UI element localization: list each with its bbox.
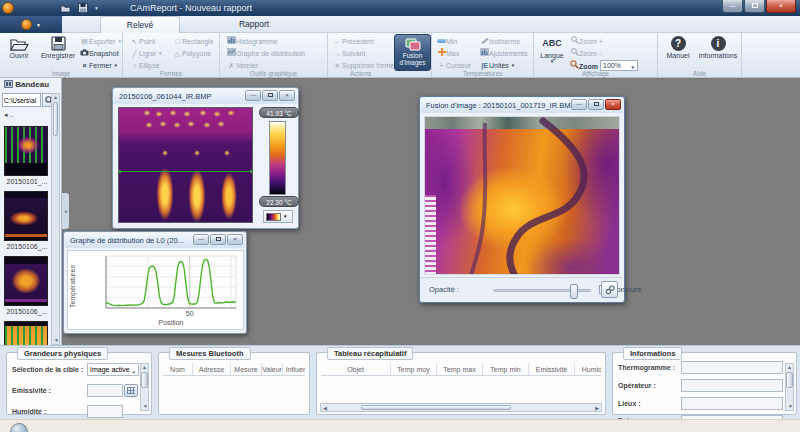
grandeurs-scrollbar[interactable]: ▲▼	[140, 363, 149, 411]
camera-icon	[80, 48, 89, 59]
bt-col-valeur[interactable]: Valeur	[262, 363, 283, 376]
emissivity-table-button[interactable]	[124, 384, 138, 397]
target-selection-select[interactable]: Image active▼	[87, 363, 139, 376]
next-button[interactable]: →Suivant	[333, 48, 365, 59]
bt-col-nom[interactable]: Nom	[163, 363, 193, 376]
opacity-slider[interactable]	[493, 289, 591, 292]
close-button[interactable]: ×	[766, 0, 796, 13]
export-button[interactable]: ▤Exporter ▼	[80, 36, 122, 47]
language-button[interactable]: ABC Langue ▼	[538, 34, 566, 64]
operateur-input[interactable]	[681, 379, 783, 392]
emissivity-input[interactable]	[87, 384, 123, 397]
recap-h-scrollbar[interactable]: ◀ ▶	[320, 403, 602, 412]
save-icon[interactable]	[78, 3, 88, 13]
tab-rapport[interactable]: Rapport	[216, 16, 292, 33]
rectangle-tool-button[interactable]: □Rectangle	[173, 36, 214, 47]
thermal-maximize-button[interactable]	[262, 90, 278, 101]
palette-selector[interactable]: ▼	[263, 210, 293, 223]
grid-icon	[127, 387, 135, 394]
lieux-input[interactable]	[681, 397, 783, 410]
recap-col-emissivite[interactable]: Emissivité	[529, 363, 575, 376]
sidebar-scroll-down-icon[interactable]: ▼	[54, 337, 59, 343]
fusion-settings-button[interactable]	[601, 281, 618, 298]
thumbnail-2[interactable]	[4, 191, 48, 241]
recap-h-scrollbar-thumb[interactable]	[361, 405, 511, 410]
bt-col-mesure[interactable]: Mesure	[231, 363, 262, 376]
quick-access-dropdown-icon[interactable]: ▼	[94, 5, 99, 11]
sidebar-collapse-handle[interactable]: ◂	[62, 193, 69, 229]
thumbnail-1[interactable]	[4, 126, 48, 176]
informations-scrollbar-thumb[interactable]	[786, 372, 793, 388]
thermal-image-window[interactable]: 20150106_061044_IR.BMP — × 41.93 °C 22.3…	[112, 87, 299, 229]
thumbnail-3[interactable]	[4, 256, 48, 306]
zoom-out-button[interactable]: Zoom -	[570, 48, 601, 59]
application-menu-button[interactable]: ▼	[0, 16, 62, 33]
fusion-maximize-button[interactable]	[588, 99, 604, 110]
point-tool-button[interactable]: ↖Point	[130, 36, 155, 47]
snapshot-button[interactable]: Snapshot	[80, 48, 119, 59]
recap-scroll-right-icon[interactable]: ▶	[595, 405, 599, 411]
fusion-close-button[interactable]: ×	[605, 99, 621, 110]
fusion-images-button[interactable]: Fusion d'images	[394, 34, 431, 71]
recap-col-temp-min[interactable]: Temp min	[483, 363, 529, 376]
previous-button[interactable]: ←Précédent	[333, 36, 374, 47]
adjustments-button[interactable]: Ajustements	[480, 48, 528, 59]
distribution-graph-window[interactable]: Graphe de distribution de L0 (20... — × …	[63, 231, 247, 334]
distribution-graph-button[interactable]: Graphe de distribution	[227, 48, 305, 59]
informations-button[interactable]: i Informations	[696, 34, 740, 59]
fusion-window[interactable]: Fusion d'image : 20150101_001719_IR.BMP …	[419, 96, 625, 303]
thermal-close-button[interactable]: ×	[279, 90, 295, 101]
abc-icon: ABC	[538, 34, 566, 51]
histogram-button[interactable]: Histogramme	[227, 36, 278, 47]
manual-button[interactable]: ? Manuel	[662, 34, 694, 59]
palette-preview-icon	[266, 213, 281, 221]
graph-maximize-button[interactable]	[210, 234, 226, 245]
graph-minimize-button[interactable]: —	[193, 234, 209, 245]
zoom-in-button[interactable]: Zoom +	[570, 36, 603, 47]
fusion-image[interactable]	[424, 116, 620, 275]
informations-scrollbar[interactable]: ▲▼	[785, 363, 794, 411]
graph-close-button[interactable]: ×	[227, 234, 243, 245]
recap-table-header: Objet Temp moy Temp max Temp min Emissiv…	[321, 363, 601, 376]
grandeurs-scrollbar-thumb[interactable]	[141, 372, 148, 388]
thermal-image[interactable]	[118, 107, 253, 223]
question-circle-icon: ?	[662, 34, 694, 51]
open-button[interactable]: Ouvrir	[2, 34, 36, 59]
bottom-panel-strip: Grandeurs physiques Sélection de la cibl…	[0, 345, 800, 419]
isotherm-button[interactable]: Isotherme	[480, 36, 520, 47]
tab-releve[interactable]: Relevé	[100, 16, 180, 33]
fusion-images-icon	[395, 35, 430, 52]
thermogramme-input[interactable]	[681, 361, 783, 374]
bt-col-influence[interactable]: Influence	[283, 363, 305, 376]
open-icon[interactable]	[60, 4, 72, 13]
status-orb-button[interactable]	[10, 423, 28, 432]
parent-folder-item[interactable]: ◂ ..	[4, 111, 13, 119]
recap-col-humidite[interactable]: Humidité	[575, 363, 601, 376]
palette-dropdown-icon: ▼	[283, 214, 287, 219]
humidity-input[interactable]	[87, 405, 123, 418]
thumbnail-4[interactable]	[4, 321, 48, 345]
sidebar-scrollbar-thumb[interactable]	[53, 102, 58, 136]
maximize-button[interactable]	[744, 0, 765, 13]
max-button[interactable]: Max	[437, 48, 459, 59]
fusion-minimize-button[interactable]: —	[571, 99, 587, 110]
sidebar-scrollbar[interactable]: ▲ ▼	[51, 93, 60, 345]
recap-col-temp-moy[interactable]: Temp moy	[391, 363, 437, 376]
recap-scroll-left-icon[interactable]: ◀	[323, 405, 327, 411]
save-button[interactable]: Enregistrer	[36, 34, 80, 59]
folder-path-input[interactable]	[2, 93, 41, 107]
distribution-chart-area: Températures 50 Position	[67, 250, 244, 330]
opacity-slider-thumb[interactable]	[570, 284, 578, 299]
polygon-tool-button[interactable]: △Polygone	[173, 48, 211, 59]
minimize-button[interactable]: —	[722, 0, 743, 13]
line-tool-button[interactable]: ╱Ligne ▼	[130, 48, 163, 59]
panel-grandeurs-physiques: Grandeurs physiques Sélection de la cibl…	[6, 352, 152, 415]
opacity-label: Opacité :	[429, 285, 459, 294]
min-button[interactable]: Min	[437, 36, 457, 47]
bt-col-adresse[interactable]: Adresse	[193, 363, 231, 376]
workspace-canvas: ◂ 20150106_061044_IR.BMP — × 41.93 °C 22…	[62, 78, 800, 345]
thermal-minimize-button[interactable]: —	[245, 90, 261, 101]
recap-col-temp-max[interactable]: Temp max	[437, 363, 483, 376]
measurement-line[interactable]	[119, 171, 252, 172]
recap-col-objet[interactable]: Objet	[321, 363, 391, 376]
